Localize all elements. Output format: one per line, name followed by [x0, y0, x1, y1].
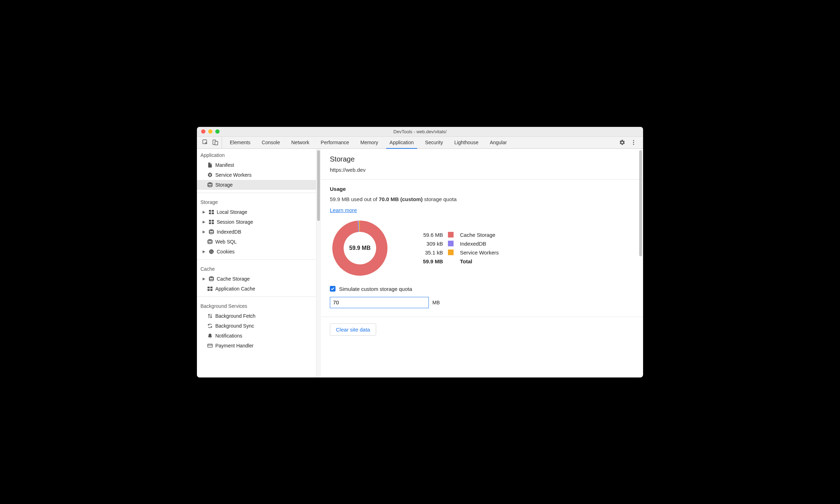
sidebar-item-session-storage[interactable]: ▶Session Storage	[197, 217, 321, 227]
titlebar: DevTools - web.dev/vitals/	[197, 127, 643, 137]
device-toggle-icon[interactable]	[212, 139, 219, 146]
tab-application[interactable]: Application	[384, 137, 420, 148]
svg-point-19	[212, 251, 212, 252]
tab-elements[interactable]: Elements	[224, 137, 256, 148]
sidebar-item-indexeddb[interactable]: ▶IndexedDB	[197, 227, 321, 237]
svg-rect-9	[209, 212, 211, 214]
svg-rect-23	[208, 287, 210, 288]
sidebar-item-background-sync[interactable]: Background Sync	[197, 321, 321, 331]
sidebar-item-payment-handler[interactable]: Payment Handler	[197, 341, 321, 351]
legend-label: IndexedDB	[460, 241, 499, 247]
svg-point-16	[208, 239, 212, 241]
devtools-tabstrip: ElementsConsoleNetworkPerformanceMemoryA…	[197, 137, 643, 149]
tab-lighthouse[interactable]: Lighthouse	[449, 137, 484, 148]
svg-point-6	[208, 182, 212, 184]
inspect-icon[interactable]	[202, 139, 209, 146]
tab-performance[interactable]: Performance	[315, 137, 355, 148]
sidebar-item-notifications[interactable]: Notifications	[197, 331, 321, 341]
quota-unit-label: MB	[432, 300, 440, 305]
quota-input-row: MB	[330, 297, 635, 308]
sidebar-item-label: Manifest	[215, 162, 234, 168]
caret-right-icon: ▶	[203, 250, 206, 253]
svg-point-3	[633, 140, 634, 141]
card-icon	[207, 343, 213, 348]
sidebar-section-title: Storage	[197, 196, 321, 207]
more-vertical-icon[interactable]	[630, 139, 637, 146]
sidebar-item-label: Notifications	[215, 333, 242, 339]
legend-total-label: Total	[460, 258, 499, 264]
svg-rect-26	[210, 289, 212, 291]
tab-memory[interactable]: Memory	[355, 137, 384, 148]
caret-right-icon: ▶	[203, 277, 206, 281]
donut-center-label: 59.9 MB	[330, 218, 390, 278]
settings-gear-icon[interactable]	[619, 139, 625, 146]
minimize-window-button[interactable]	[208, 129, 212, 134]
svg-point-21	[212, 252, 213, 253]
svg-rect-10	[212, 212, 214, 214]
sidebar-item-application-cache[interactable]: Application Cache	[197, 284, 321, 294]
legend-total-value: 59.9 MB	[411, 258, 443, 264]
sidebar-section-divider	[197, 259, 321, 260]
svg-point-17	[209, 249, 214, 254]
sidebar-resize-handle[interactable]	[316, 149, 321, 377]
svg-point-15	[209, 229, 214, 231]
file-icon	[207, 162, 213, 168]
sidebar-item-label: IndexedDB	[217, 229, 241, 235]
sidebar-section-title: Cache	[197, 263, 321, 274]
svg-rect-28	[208, 344, 212, 347]
svg-point-4	[633, 142, 634, 143]
tabstrip-actions	[615, 137, 641, 148]
devtools-tabs: ElementsConsoleNetworkPerformanceMemoryA…	[224, 137, 513, 148]
tab-angular[interactable]: Angular	[484, 137, 512, 148]
usage-quota-bold: 70.0 MB (custom)	[379, 196, 422, 202]
sidebar-item-manifest[interactable]: Manifest	[197, 160, 321, 170]
clear-section: Clear site data	[321, 317, 643, 342]
close-window-button[interactable]	[201, 129, 205, 134]
gear-icon	[207, 172, 213, 178]
legend-swatch	[448, 250, 454, 255]
cookie-icon	[208, 249, 215, 254]
sidebar-item-cookies[interactable]: ▶Cookies	[197, 247, 321, 257]
learn-more-link[interactable]: Learn more	[330, 207, 357, 213]
tabstrip-left-icons	[199, 137, 222, 148]
sidebar-item-cache-storage[interactable]: ▶Cache Storage	[197, 274, 321, 284]
svg-rect-7	[209, 210, 211, 212]
legend-value: 309 kB	[411, 241, 443, 247]
svg-rect-8	[212, 210, 214, 212]
sidebar-section-title: Background Services	[197, 300, 321, 311]
traffic-lights	[197, 129, 220, 134]
zoom-window-button[interactable]	[215, 129, 220, 134]
svg-point-20	[211, 252, 211, 253]
clear-site-data-button[interactable]: Clear site data	[330, 323, 376, 336]
tab-security[interactable]: Security	[419, 137, 449, 148]
caret-right-icon: ▶	[203, 220, 206, 224]
legend-label: Cache Storage	[460, 232, 499, 238]
sidebar-item-web-sql[interactable]: Web SQL	[197, 237, 321, 247]
sidebar-item-label: Local Storage	[217, 209, 247, 215]
usage-suffix: storage quota	[423, 196, 457, 202]
svg-rect-25	[208, 289, 210, 291]
sidebar-item-label: Payment Handler	[215, 343, 253, 348]
grid-icon	[207, 286, 213, 292]
svg-rect-2	[215, 141, 218, 145]
database-icon	[208, 229, 215, 235]
content-scrollbar-thumb[interactable]	[639, 150, 642, 256]
legend-swatch	[448, 241, 454, 246]
sidebar-item-local-storage[interactable]: ▶Local Storage	[197, 207, 321, 217]
quota-input[interactable]	[330, 297, 429, 308]
simulate-quota-checkbox[interactable]	[330, 286, 336, 292]
svg-point-18	[210, 251, 211, 251]
svg-rect-27	[210, 338, 211, 338]
sidebar-item-label: Application Cache	[215, 286, 255, 292]
sidebar-scrollbar-thumb[interactable]	[317, 150, 320, 221]
legend-value: 35.1 kB	[411, 250, 443, 256]
sidebar-item-background-fetch[interactable]: Background Fetch	[197, 311, 321, 321]
sidebar-item-storage[interactable]: Storage	[197, 180, 321, 190]
usage-summary: 59.9 MB used out of 70.0 MB (custom) sto…	[330, 196, 635, 202]
usage-section: Usage 59.9 MB used out of 70.0 MB (custo…	[321, 180, 643, 317]
tab-console[interactable]: Console	[256, 137, 285, 148]
usage-donut-chart: 59.9 MB	[330, 218, 390, 278]
tab-network[interactable]: Network	[286, 137, 315, 148]
window-title: DevTools - web.dev/vitals/	[197, 129, 643, 134]
sidebar-item-service-workers[interactable]: Service Workers	[197, 170, 321, 180]
